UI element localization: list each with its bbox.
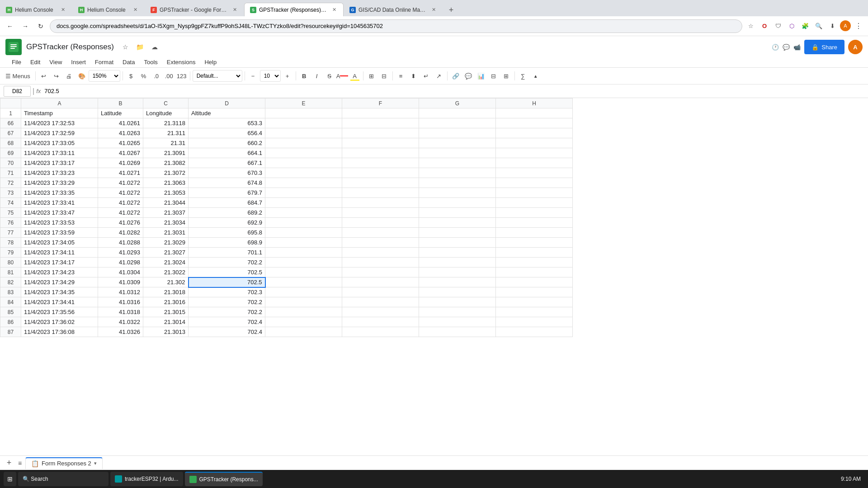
cell-D73[interactable]: 679.7 bbox=[189, 188, 265, 198]
cell-G67[interactable] bbox=[419, 128, 496, 138]
bold-btn[interactable]: B bbox=[298, 70, 310, 82]
back-button[interactable]: ← bbox=[4, 20, 16, 33]
decimal-increase-btn[interactable]: .00 bbox=[163, 70, 175, 82]
cell-G71[interactable] bbox=[419, 168, 496, 178]
cell-H87[interactable] bbox=[496, 327, 573, 337]
cell-D85[interactable]: 702.2 bbox=[189, 307, 265, 317]
cell-A77[interactable]: 11/4/2023 17:33:59 bbox=[21, 228, 98, 238]
cell-B81[interactable]: 41.0304 bbox=[98, 267, 143, 277]
cell-E73[interactable] bbox=[265, 188, 342, 198]
cell-C83[interactable]: 21.3018 bbox=[143, 287, 189, 297]
sheet-tab-form-responses[interactable]: 📋 Form Responses 2 ▾ bbox=[25, 457, 103, 469]
sheet-tab-dropdown-icon[interactable]: ▾ bbox=[94, 460, 97, 466]
last-edit-icon[interactable]: 🕐 bbox=[772, 44, 779, 51]
new-tab-button[interactable]: + bbox=[445, 4, 458, 16]
col-header-G[interactable]: G bbox=[419, 99, 496, 108]
cell-A66[interactable]: 11/4/2023 17:32:53 bbox=[21, 118, 98, 128]
align-vertical-btn[interactable]: ⬍ bbox=[408, 70, 420, 82]
menu-item-insert[interactable]: Insert bbox=[66, 57, 90, 67]
cell-E76[interactable] bbox=[265, 218, 342, 228]
cell-B67[interactable]: 41.0263 bbox=[98, 128, 143, 138]
cell-C68[interactable]: 21.31 bbox=[143, 138, 189, 148]
cloud-icon[interactable]: ☁ bbox=[149, 42, 160, 52]
star-icon[interactable]: ☆ bbox=[120, 42, 131, 52]
cell-G85[interactable] bbox=[419, 307, 496, 317]
cell-G72[interactable] bbox=[419, 178, 496, 188]
text-wrap-btn[interactable]: ↵ bbox=[420, 70, 432, 82]
cell-E83[interactable] bbox=[265, 287, 342, 297]
header-cell-G[interactable] bbox=[419, 108, 496, 118]
text-color-btn[interactable]: A bbox=[336, 70, 348, 82]
cell-F70[interactable] bbox=[342, 158, 419, 168]
cell-B69[interactable]: 41.0267 bbox=[98, 148, 143, 158]
cell-B83[interactable]: 41.0312 bbox=[98, 287, 143, 297]
row-header-68[interactable]: 68 bbox=[0, 138, 21, 148]
cell-G82[interactable] bbox=[419, 277, 496, 287]
cell-E82[interactable] bbox=[265, 277, 342, 287]
header-cell-E[interactable] bbox=[265, 108, 342, 118]
cell-H81[interactable] bbox=[496, 267, 573, 277]
cell-H75[interactable] bbox=[496, 208, 573, 218]
cell-D69[interactable]: 664.1 bbox=[189, 148, 265, 158]
cell-B79[interactable]: 41.0293 bbox=[98, 248, 143, 258]
row-header-87[interactable]: 87 bbox=[0, 327, 21, 337]
chart-btn[interactable]: 📊 bbox=[475, 70, 487, 82]
cell-A72[interactable]: 11/4/2023 17:33:29 bbox=[21, 178, 98, 188]
row-header-76[interactable]: 76 bbox=[0, 218, 21, 228]
cell-E71[interactable] bbox=[265, 168, 342, 178]
cell-F74[interactable] bbox=[342, 198, 419, 208]
cell-C79[interactable]: 21.3027 bbox=[143, 248, 189, 258]
cell-B80[interactable]: 41.0298 bbox=[98, 258, 143, 267]
video-call-icon[interactable]: 📹 bbox=[793, 44, 801, 51]
cell-F75[interactable] bbox=[342, 208, 419, 218]
cell-H82[interactable] bbox=[496, 277, 573, 287]
percent-btn[interactable]: % bbox=[138, 70, 150, 82]
taskbar-search[interactable]: 🔍 Search bbox=[18, 472, 108, 486]
vpn-icon[interactable]: ⬡ bbox=[786, 20, 797, 32]
cell-C86[interactable]: 21.3014 bbox=[143, 317, 189, 327]
cell-F80[interactable] bbox=[342, 258, 419, 267]
row-header-85[interactable]: 85 bbox=[0, 307, 21, 317]
format-number-btn[interactable]: 123 bbox=[176, 70, 188, 82]
row-header-67[interactable]: 67 bbox=[0, 128, 21, 138]
cell-F84[interactable] bbox=[342, 297, 419, 307]
undo-btn[interactable]: ↩ bbox=[38, 70, 50, 82]
cell-A81[interactable]: 11/4/2023 17:34:23 bbox=[21, 267, 98, 277]
currency-btn[interactable]: $ bbox=[125, 70, 137, 82]
cell-C87[interactable]: 21.3013 bbox=[143, 327, 189, 337]
browser-tab-tab2[interactable]: H Helium Console ✕ bbox=[72, 3, 145, 16]
menu-item-format[interactable]: Format bbox=[90, 57, 118, 67]
strikethrough-btn[interactable]: S bbox=[324, 70, 335, 82]
user-avatar[interactable]: A bbox=[848, 40, 863, 54]
row-header-82[interactable]: 82 bbox=[0, 277, 21, 287]
cell-B71[interactable]: 41.0271 bbox=[98, 168, 143, 178]
cell-E85[interactable] bbox=[265, 307, 342, 317]
col-header-H[interactable]: H bbox=[496, 99, 573, 108]
cell-reference-input[interactable] bbox=[4, 86, 31, 97]
cell-G78[interactable] bbox=[419, 238, 496, 248]
cell-E87[interactable] bbox=[265, 327, 342, 337]
cell-E84[interactable] bbox=[265, 297, 342, 307]
comment-icon[interactable]: 💬 bbox=[783, 44, 790, 51]
cell-D74[interactable]: 684.7 bbox=[189, 198, 265, 208]
cell-F86[interactable] bbox=[342, 317, 419, 327]
header-cell-B[interactable]: Latitude bbox=[98, 108, 143, 118]
cell-F73[interactable] bbox=[342, 188, 419, 198]
cell-G76[interactable] bbox=[419, 218, 496, 228]
menu-item-edit[interactable]: Edit bbox=[26, 57, 45, 67]
cell-F68[interactable] bbox=[342, 138, 419, 148]
cell-H78[interactable] bbox=[496, 238, 573, 248]
cell-E78[interactable] bbox=[265, 238, 342, 248]
cell-H73[interactable] bbox=[496, 188, 573, 198]
cell-E72[interactable] bbox=[265, 178, 342, 188]
cell-C71[interactable]: 21.3072 bbox=[143, 168, 189, 178]
cell-D76[interactable]: 692.9 bbox=[189, 218, 265, 228]
menu-item-data[interactable]: Data bbox=[118, 57, 139, 67]
cell-H83[interactable] bbox=[496, 287, 573, 297]
cell-B74[interactable]: 41.0272 bbox=[98, 198, 143, 208]
cell-C80[interactable]: 21.3024 bbox=[143, 258, 189, 267]
cell-B86[interactable]: 41.0322 bbox=[98, 317, 143, 327]
cell-F83[interactable] bbox=[342, 287, 419, 297]
cell-E67[interactable] bbox=[265, 128, 342, 138]
extensions-icon[interactable]: 🧩 bbox=[799, 20, 811, 32]
